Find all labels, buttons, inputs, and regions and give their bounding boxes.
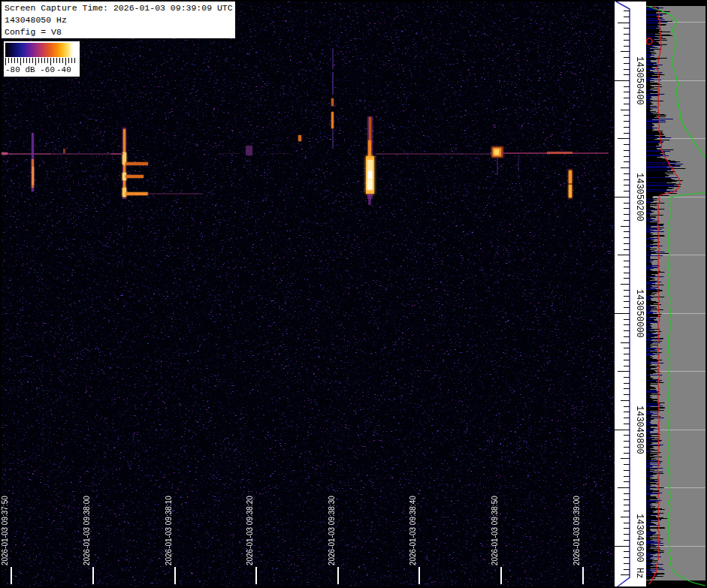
color-gradient-bar (5, 43, 77, 57)
spectrum-graph-panel (646, 0, 707, 588)
color-scale-label-right: -40 (56, 65, 71, 74)
waterfall-spectrogram (0, 0, 615, 588)
frequency-scale-ruler (615, 0, 646, 588)
config-text: Config = V8 (5, 26, 235, 38)
color-scale-label-left: -80 dB -60 (5, 65, 55, 74)
capture-info-box: Screen Capture Time: 2026-01-03 09:39:09… (2, 2, 235, 38)
capture-frequency-text: 143048050 Hz (5, 14, 235, 26)
capture-time-text: Screen Capture Time: 2026-01-03 09:39:09… (5, 2, 235, 14)
color-scale-legend: -80 dB -60 -40 (4, 41, 80, 77)
spectrum-lab-capture: 2026-01-03 09:37:502026-01-03 09:38:0020… (0, 0, 707, 588)
